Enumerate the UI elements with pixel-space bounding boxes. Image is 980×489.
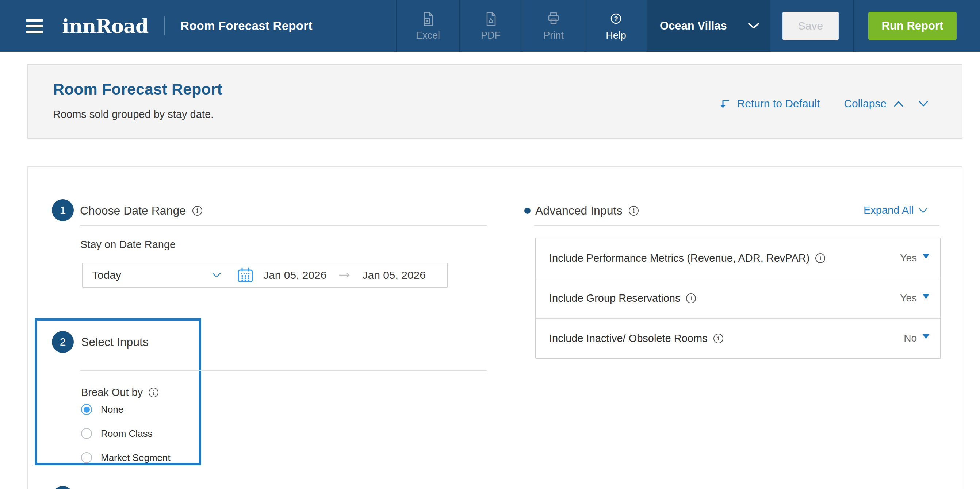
chevron-down-icon[interactable] bbox=[919, 101, 928, 107]
help-circle-icon: ? bbox=[608, 11, 624, 27]
radio-selected-icon bbox=[81, 404, 92, 415]
arrow-right-icon bbox=[338, 272, 351, 278]
room-forecast-report-screen: innRoad Room Forecast Report Excel bbox=[0, 0, 980, 489]
report-header-actions: Return to Default Collapse bbox=[719, 95, 928, 112]
run-report-button[interactable]: Run Report bbox=[868, 12, 957, 40]
advanced-input-label-group: Include Group Reservations bbox=[549, 292, 696, 304]
print-label: Print bbox=[543, 30, 564, 41]
return-to-default-link[interactable]: Return to Default bbox=[719, 97, 820, 110]
bullet-icon bbox=[524, 208, 531, 214]
advanced-input-label: Include Group Reservations bbox=[549, 292, 680, 304]
excel-file-icon bbox=[420, 11, 436, 27]
topbar: innRoad Room Forecast Report Excel bbox=[0, 0, 980, 52]
expand-all-label: Expand All bbox=[864, 204, 913, 216]
step-1-heading: Choose Date Range bbox=[80, 200, 202, 222]
radio-option-room-class[interactable]: Room Class bbox=[81, 425, 170, 441]
stay-date-range-label: Stay on Date Range bbox=[80, 239, 176, 251]
hamburger-bar bbox=[26, 19, 43, 22]
section-divider bbox=[534, 225, 939, 226]
hamburger-menu-icon[interactable] bbox=[26, 0, 43, 52]
info-icon[interactable] bbox=[149, 387, 159, 397]
advanced-input-value: No bbox=[904, 332, 917, 344]
hamburger-bar bbox=[26, 31, 43, 33]
pdf-export-button[interactable]: PDF bbox=[459, 0, 522, 52]
step-2-badge: 2 bbox=[52, 331, 74, 353]
pdf-file-icon bbox=[483, 11, 499, 27]
topbar-page-title: Room Forecast Report bbox=[180, 0, 313, 52]
chevron-down-icon bbox=[748, 23, 759, 29]
info-icon[interactable] bbox=[815, 253, 825, 263]
break-out-by-text: Break Out by bbox=[81, 386, 143, 399]
topbar-logo-divider bbox=[164, 16, 165, 35]
property-selector-dropdown[interactable]: Ocean Villas bbox=[648, 0, 770, 52]
radio-unselected-icon bbox=[81, 428, 92, 439]
chevron-down-icon bbox=[212, 273, 221, 278]
advanced-inputs-title: Advanced Inputs bbox=[535, 204, 622, 218]
start-date-value: Jan 05, 2026 bbox=[263, 269, 326, 281]
topbar-export-nav: Excel PDF Print bbox=[396, 0, 648, 52]
save-button[interactable]: Save bbox=[783, 12, 839, 40]
advanced-input-label-group: Include Performance Metrics (Revenue, AD… bbox=[549, 252, 825, 264]
advanced-input-value-dropdown[interactable]: Yes bbox=[900, 292, 929, 304]
section-divider bbox=[80, 370, 487, 371]
caret-down-icon bbox=[923, 254, 929, 259]
collapse-label: Collapse bbox=[844, 97, 886, 110]
caret-down-icon bbox=[923, 294, 929, 299]
innroad-logo: innRoad bbox=[62, 0, 148, 52]
report-header-panel: Room Forecast Report Rooms sold grouped … bbox=[27, 64, 963, 139]
return-arrow-icon bbox=[719, 98, 731, 110]
collapse-controls: Collapse bbox=[844, 97, 928, 110]
pdf-label: PDF bbox=[481, 30, 501, 41]
step-2-heading: Select Inputs bbox=[81, 331, 149, 353]
advanced-inputs-heading: Advanced Inputs bbox=[535, 200, 639, 222]
radio-option-market-segment[interactable]: Market Segment bbox=[81, 449, 170, 466]
radio-option-label: None bbox=[101, 404, 123, 415]
end-date-value: Jan 05, 2026 bbox=[362, 269, 425, 281]
calendar-icon bbox=[237, 267, 254, 283]
report-title: Room Forecast Report bbox=[53, 79, 222, 98]
expand-all-link[interactable]: Expand All bbox=[864, 204, 928, 216]
radio-option-none[interactable]: None bbox=[81, 402, 170, 418]
date-preset-select[interactable]: Today bbox=[82, 263, 230, 287]
advanced-input-value-dropdown[interactable]: Yes bbox=[900, 252, 929, 264]
info-icon[interactable] bbox=[629, 206, 639, 216]
radio-option-label: Room Class bbox=[101, 428, 153, 439]
step-2-title: Select Inputs bbox=[81, 335, 149, 349]
excel-export-button[interactable]: Excel bbox=[396, 0, 459, 52]
step-1-title: Choose Date Range bbox=[80, 204, 186, 218]
topbar-divider bbox=[853, 0, 854, 52]
report-config-card: 1 Choose Date Range Stay on Date Range T… bbox=[27, 167, 963, 489]
step-1-badge: 1 bbox=[52, 199, 74, 221]
info-icon[interactable] bbox=[713, 333, 723, 343]
advanced-input-value-dropdown[interactable]: No bbox=[904, 332, 929, 344]
excel-label: Excel bbox=[416, 30, 440, 41]
break-out-by-label: Break Out by bbox=[81, 386, 159, 399]
printer-icon bbox=[546, 11, 562, 27]
advanced-input-value: Yes bbox=[900, 252, 917, 264]
chevron-down-icon bbox=[919, 208, 928, 213]
advanced-input-label-group: Include Inactive/ Obsolete Rooms bbox=[549, 332, 723, 345]
advanced-inputs-panel: Include Performance Metrics (Revenue, AD… bbox=[535, 238, 941, 359]
section-divider bbox=[80, 225, 487, 226]
radio-unselected-icon bbox=[81, 452, 92, 463]
advanced-input-row-inactive-rooms[interactable]: Include Inactive/ Obsolete Rooms No bbox=[536, 318, 940, 358]
info-icon[interactable] bbox=[192, 206, 202, 216]
break-out-radio-group: None Room Class Market Segment bbox=[81, 402, 170, 466]
info-icon[interactable] bbox=[686, 294, 696, 303]
caret-down-icon bbox=[923, 334, 929, 339]
help-label: Help bbox=[606, 30, 626, 41]
property-name: Ocean Villas bbox=[660, 19, 727, 32]
return-to-default-label: Return to Default bbox=[737, 97, 820, 110]
radio-option-label: Market Segment bbox=[101, 452, 170, 464]
advanced-input-row-group-reservations[interactable]: Include Group Reservations Yes bbox=[536, 278, 940, 318]
chevron-up-icon[interactable] bbox=[894, 101, 903, 107]
date-range-input[interactable]: Jan 05, 2026 Jan 05, 2026 bbox=[229, 263, 448, 287]
advanced-input-row-performance-metrics[interactable]: Include Performance Metrics (Revenue, AD… bbox=[536, 238, 940, 278]
advanced-input-label: Include Performance Metrics (Revenue, AD… bbox=[549, 252, 810, 264]
report-subtitle: Rooms sold grouped by stay date. bbox=[53, 108, 213, 121]
date-preset-value: Today bbox=[92, 269, 121, 281]
help-button[interactable]: ? Help bbox=[585, 0, 648, 52]
step-3-badge: 3 bbox=[52, 486, 74, 489]
print-button[interactable]: Print bbox=[522, 0, 585, 52]
svg-text:?: ? bbox=[614, 15, 618, 23]
